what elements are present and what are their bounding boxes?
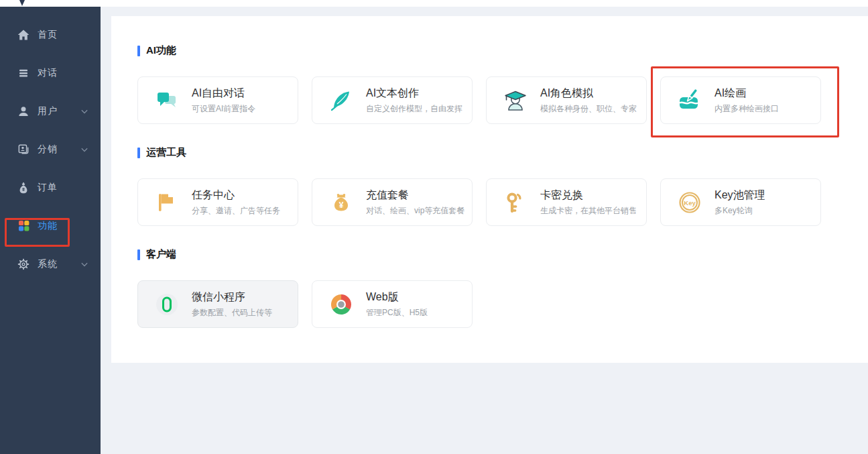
card-ai-role-play[interactable]: AI角色模拟 模拟各种身份、职位、专家 <box>486 76 647 124</box>
card-text: AI角色模拟 模拟各种身份、职位、专家 <box>540 87 637 115</box>
features-grid-icon <box>16 219 31 233</box>
card-text: 任务中心 分享、邀请、广告等任务 <box>192 188 280 217</box>
sidebar-item-label: 系统 <box>38 258 58 270</box>
card-title: 卡密兑换 <box>540 188 637 202</box>
card-card-key-redeem[interactable]: 卡密兑换 生成卡密，在其他平台销售 <box>486 178 647 226</box>
chevron-down-icon <box>80 259 88 270</box>
card-subtitle: 可设置AI前置指令 <box>192 103 255 115</box>
user-icon <box>16 104 31 119</box>
mouse-cursor-artifact <box>18 0 26 6</box>
section-header: AI功能 <box>137 44 852 57</box>
sidebar-item-label: 首页 <box>38 29 58 41</box>
card-text: 微信小程序 参数配置、代码上传等 <box>192 290 272 319</box>
sidebar-item-label: 用户 <box>38 105 58 117</box>
section-header: 运营工具 <box>137 146 852 159</box>
sidebar-item-label: 分销 <box>38 144 58 156</box>
card-title: Web版 <box>366 290 428 304</box>
card-subtitle: 模拟各种身份、职位、专家 <box>540 103 637 115</box>
section-header: 客户端 <box>137 248 852 261</box>
keypool-icon-text: Key <box>684 198 696 206</box>
card-task-center[interactable]: 任务中心 分享、邀请、广告等任务 <box>137 178 298 226</box>
sidebar-item-label: 对话 <box>38 67 58 79</box>
feather-icon <box>329 89 353 113</box>
sidebar-item-features[interactable]: 功能 <box>0 207 101 245</box>
section-accent-bar <box>137 148 140 158</box>
card-text: AI自由对话 可设置AI前置指令 <box>192 87 255 115</box>
card-title: AI绘画 <box>715 87 779 100</box>
sidebar: 首页 对话 用户 <box>0 7 101 454</box>
card-title: AI文本创作 <box>366 87 462 100</box>
sidebar-item-label: 功能 <box>38 220 58 232</box>
flag-icon <box>155 190 179 215</box>
card-ai-draw[interactable]: AI绘画 内置多种绘画接口 <box>660 76 821 124</box>
card-subtitle: 生成卡密，在其他平台销售 <box>540 205 637 217</box>
card-text: 充值套餐 对话、绘画、vip等充值套餐 <box>366 188 464 217</box>
paint-icon <box>678 89 702 113</box>
card-subtitle: 内置多种绘画接口 <box>715 103 779 115</box>
chrome-icon <box>329 292 353 317</box>
card-text: 卡密兑换 生成卡密，在其他平台销售 <box>540 188 637 217</box>
sidebar-item-label: 订单 <box>38 182 58 194</box>
svg-text:¥: ¥ <box>339 200 344 209</box>
card-web-version[interactable]: Web版 管理PC版、H5版 <box>312 280 473 328</box>
keypool-icon: Key <box>678 190 702 215</box>
card-text: AI文本创作 自定义创作模型，自由发挥 <box>366 87 462 115</box>
sidebar-item-home[interactable]: 首页 <box>0 15 101 54</box>
card-subtitle: 对话、绘画、vip等充值套餐 <box>366 205 464 217</box>
card-row: AI自由对话 可设置AI前置指令 AI文本创作 自定义创作模型，自由发挥 <box>137 76 852 124</box>
chat-menu-icon <box>16 66 31 80</box>
section-title: 运营工具 <box>146 146 186 159</box>
card-key-pool[interactable]: Key Key池管理 多Key轮询 <box>660 178 821 226</box>
card-recharge-packages[interactable]: ¥ 充值套餐 对话、绘画、vip等充值套餐 <box>312 178 473 226</box>
card-title: AI自由对话 <box>192 87 255 100</box>
orders-moneybag-icon <box>16 180 31 195</box>
sidebar-item-users[interactable]: 用户 <box>0 92 101 130</box>
graduate-icon <box>503 89 528 113</box>
card-text: Key池管理 多Key轮询 <box>715 188 765 217</box>
card-title: 任务中心 <box>192 188 280 202</box>
card-subtitle: 参数配置、代码上传等 <box>192 307 272 319</box>
main-panel: AI功能 AI自由对话 <box>111 16 868 363</box>
section-operation-tools: 运营工具 任务中心 分享、邀请、广告等任务 <box>137 146 852 226</box>
card-ai-free-chat[interactable]: AI自由对话 可设置AI前置指令 <box>137 76 298 124</box>
home-icon <box>16 27 31 42</box>
key-icon <box>503 190 528 215</box>
card-title: AI角色模拟 <box>540 87 637 100</box>
card-wechat-miniprogram[interactable]: 微信小程序 参数配置、代码上传等 <box>137 280 298 328</box>
section-title: 客户端 <box>146 248 176 261</box>
card-title: Key池管理 <box>715 188 765 202</box>
sidebar-item-distribution[interactable]: 分销 <box>0 130 101 168</box>
distribution-icon <box>16 142 31 157</box>
section-accent-bar <box>137 249 140 260</box>
chat-bubbles-icon <box>155 89 179 113</box>
card-title: 微信小程序 <box>192 290 272 304</box>
card-title: 充值套餐 <box>366 188 464 202</box>
wechat-mini-icon <box>155 292 179 317</box>
card-subtitle: 多Key轮询 <box>715 205 765 217</box>
moneybag-icon: ¥ <box>329 190 353 215</box>
section-ai-features: AI功能 AI自由对话 <box>137 44 852 124</box>
card-subtitle: 自定义创作模型，自由发挥 <box>366 103 462 115</box>
sidebar-item-chat[interactable]: 对话 <box>0 54 101 92</box>
section-accent-bar <box>137 46 140 56</box>
section-clients: 客户端 微信小程序 参数配置、代码上传等 <box>137 248 852 328</box>
card-row: 微信小程序 参数配置、代码上传等 <box>137 280 852 328</box>
card-subtitle: 分享、邀请、广告等任务 <box>192 205 280 217</box>
sidebar-item-system[interactable]: 系统 <box>0 245 101 283</box>
chevron-down-icon <box>80 106 88 117</box>
card-text: Web版 管理PC版、H5版 <box>366 290 428 319</box>
card-row: 任务中心 分享、邀请、广告等任务 ¥ 充值套餐 对话、绘画、vip <box>137 178 852 226</box>
card-subtitle: 管理PC版、H5版 <box>366 307 428 319</box>
sidebar-item-orders[interactable]: 订单 <box>0 168 101 207</box>
chevron-down-icon <box>80 144 88 155</box>
card-ai-text-creation[interactable]: AI文本创作 自定义创作模型，自由发挥 <box>312 76 473 124</box>
section-title: AI功能 <box>146 44 176 57</box>
gear-icon <box>16 257 31 272</box>
card-text: AI绘画 内置多种绘画接口 <box>715 87 779 115</box>
